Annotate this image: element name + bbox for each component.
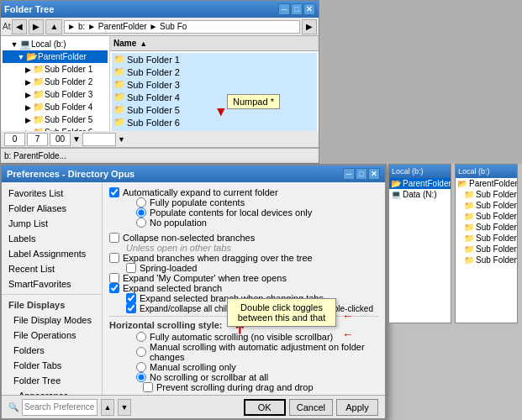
prefs-close-btn[interactable]: ✕ [368,168,380,180]
manual-only-radio[interactable] [136,362,146,372]
auto-expand-checkbox[interactable] [109,187,119,197]
collapse-nonselected-checkbox[interactable] [109,233,119,243]
tree-expand-sub5-icon[interactable]: ▶ [23,115,33,125]
prevent-scroll-drag-checkbox[interactable] [143,382,153,392]
tcp1-item-parent[interactable]: 📂 ParentFolder [389,178,451,189]
nav-tree-appearance[interactable]: Appearance [2,388,102,395]
tree-item-sub1[interactable]: ▶ 📁 Sub Folder 1 [3,63,108,76]
tree-item-sub5[interactable]: ▶ 📁 Sub Folder 5 [3,113,108,126]
nav-file-displays: File Displays [2,297,102,312]
collapse-nonselected-label[interactable]: Collapse non-selected branches [109,233,378,243]
nav-folder-tabs[interactable]: Folder Tabs [2,358,102,373]
tree-expand-icon[interactable]: ▼ [9,39,19,50]
tree-item-sub3[interactable]: ▶ 📁 Sub Folder 3 [3,88,108,101]
nav-label-assignments[interactable]: Label Assignments [2,246,102,261]
fully-populate-radio[interactable] [136,197,146,207]
tcp1-item-data[interactable]: 💻 Data (N:) [389,189,451,200]
file-item-4[interactable]: 📁 Sub Folder 4 [112,91,317,103]
nav-folder-tree[interactable]: Folder Tree [2,373,102,388]
prefs-restore-btn[interactable]: □ [356,168,367,180]
expand-my-computer-label[interactable]: Expand 'My Computer' when tree opens [109,273,378,283]
search-down-btn[interactable]: ▼ [118,399,131,416]
no-scroll-radio[interactable] [136,372,146,382]
manual-auto-adjust-radio[interactable] [136,347,146,357]
auto-expand-label[interactable]: Automatically expand to current folder [109,187,378,197]
filter-search-input[interactable] [82,133,116,146]
tooltip-text: Double click toggles between this and th… [238,302,326,323]
filter-input-1[interactable] [4,133,25,146]
file-item-2[interactable]: 📁 Sub Folder 2 [112,66,317,78]
no-population-radio[interactable] [136,218,146,228]
search-input[interactable] [22,399,98,416]
tcp2-item-sub4[interactable]: 📁 Sub Folder 4 [456,222,517,233]
file-folder-icon-4: 📁 [113,92,125,102]
fully-populate-label[interactable]: Fully populate contents [126,197,378,207]
nav-labels[interactable]: Labels [2,231,102,246]
expand-branches-checkbox[interactable] [109,253,119,263]
tree-expand-parent-icon[interactable]: ▼ [16,52,26,62]
expand-changing-tabs-checkbox[interactable] [126,293,136,303]
fully-auto-scroll-radio[interactable] [136,332,146,342]
tree-expand-sub4-icon[interactable]: ▶ [23,102,33,113]
expand-selected-label[interactable]: Expand selected branch [109,283,378,293]
name-column-header[interactable]: Name [113,39,136,48]
fully-auto-scroll-label[interactable]: Fully automatic scrolling (no visible sc… [126,332,378,342]
ok-button[interactable]: OK [244,399,286,416]
nav-folders[interactable]: Folders [2,343,102,358]
filter-input-2[interactable] [27,133,48,146]
tree-expand-sub1-icon[interactable]: ▶ [23,65,33,75]
tree-item-local[interactable]: ▼ 💻 Local (b:) [3,38,108,50]
file-item-1[interactable]: 📁 Sub Folder 1 [112,53,317,66]
address-display[interactable]: ► b: ► ParentFolder ► Sub Fo [64,20,300,34]
tcp2-item-sub5[interactable]: 📁 Sub Folder 5 [456,233,517,244]
tree-item-sub4[interactable]: ▶ 📁 Sub Folder 4 [3,101,108,113]
nav-jump-list[interactable]: Jump List [2,216,102,231]
no-population-label[interactable]: No population [126,218,378,228]
filter-dropdown-icon[interactable]: ▼ [118,135,125,144]
search-up-btn[interactable]: ▲ [101,399,114,416]
nav-favorites-list[interactable]: Favorites List [2,186,102,201]
toolbar-btn-up[interactable]: ▲ [45,19,62,34]
cancel-button[interactable]: Cancel [289,399,333,416]
file-item-3[interactable]: 📁 Sub Folder 3 [112,78,317,91]
restore-btn[interactable]: □ [291,3,303,15]
expand-all-child-checkbox[interactable] [126,303,136,313]
tcp2-item-sub6[interactable]: 📁 Sub Folder 6 [456,244,517,255]
expand-branches-label[interactable]: Expand branches when dragging over the t… [109,253,378,263]
toolbar-btn-go[interactable]: ▶ [302,19,317,34]
manual-only-label[interactable]: Manual scrolling only [126,362,378,372]
spring-loaded-checkbox[interactable] [126,263,136,273]
filter-input-3[interactable] [50,133,71,146]
apply-button[interactable]: Apply [336,399,378,416]
tree-expand-sub3-icon[interactable]: ▶ [23,90,33,100]
no-scroll-label[interactable]: No scrolling or scrollbar at all [126,372,378,382]
prevent-scroll-drag-label[interactable]: Prevent scrolling during drag and drop [143,382,378,392]
minimize-btn[interactable]: ─ [278,3,290,15]
tcp2-item-sub2[interactable]: 📁 Sub Folder 2 [456,200,517,211]
nav-file-operations[interactable]: File Operations [2,328,102,343]
populate-local-radio[interactable] [136,207,146,218]
nav-file-display-modes[interactable]: File Display Modes [2,312,102,328]
main-toolbar: At ◀ ▶ ▲ ► b: ► ParentFolder ► Sub Fo ▶ [1,18,319,36]
prefs-minimize-btn[interactable]: ─ [343,168,355,180]
expand-my-computer-checkbox[interactable] [109,273,119,283]
tcp2-title-text: Local (b:) [458,167,490,176]
tcp2-item-sub3[interactable]: 📁 Sub Folder 3 [456,211,517,222]
nav-smart-favorites[interactable]: SmartFavorites [2,276,102,291]
nav-folder-aliases[interactable]: Folder Aliases [2,201,102,216]
toolbar-btn-1[interactable]: ◀ [12,19,27,34]
tcp2-item-sub7[interactable]: 📁 Sub Folder 7 [456,255,517,265]
tree-item-sub2[interactable]: ▶ 📁 Sub Folder 2 [3,76,108,88]
nav-recent-list[interactable]: Recent List [2,261,102,276]
manual-auto-adjust-label[interactable]: Manual scrolling with automatic adjustme… [126,342,378,362]
toolbar-btn-2[interactable]: ▶ [29,19,44,34]
spring-loaded-label[interactable]: Spring-loaded [126,263,378,273]
expand-selected-checkbox[interactable] [109,283,119,293]
close-btn[interactable]: ✕ [303,3,315,15]
tcp2-item-sub1[interactable]: 📁 Sub Folder 1 [456,189,517,200]
tree-item-parent[interactable]: ▼ 📂 ParentFolder [3,50,108,63]
tree-expand-sub2-icon[interactable]: ▶ [23,77,33,87]
populate-local-label[interactable]: Populate contents for local devices only [126,207,378,218]
tcp2-item-parent[interactable]: 📂 ParentFolder [456,178,517,189]
file-folder-icon-2: 📁 [113,66,125,77]
